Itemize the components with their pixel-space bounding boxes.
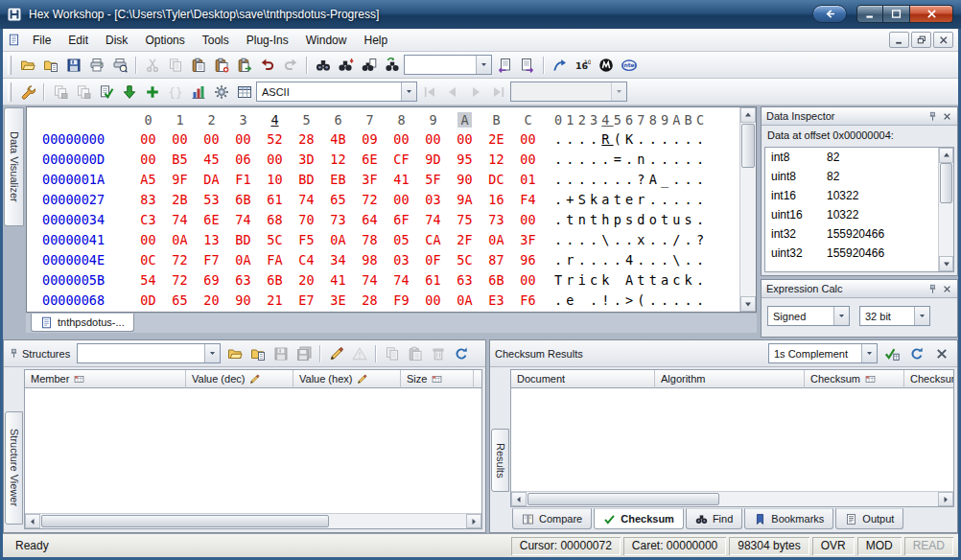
inspector-row[interactable]: uint882 [765,167,953,186]
refresh-button[interactable] [905,342,927,364]
inspector-row[interactable]: uint32155920466 [765,244,953,263]
inspector-row[interactable]: int32155920466 [765,224,953,244]
hex-row[interactable]: 00000041000A13BD5CF50A7805CA2F0A3F....\.… [27,229,756,249]
hex-editor[interactable]: 0123456789ABC 0123456789ABC 000000000000… [26,106,757,313]
tab-find[interactable]: Find [686,508,742,529]
mdi-close-button[interactable] [933,32,953,48]
gear-button[interactable] [210,81,232,103]
column-header-value-hex[interactable]: Value (hex) [293,370,401,388]
pin-icon[interactable] [927,111,938,122]
inspector-row[interactable]: uint1610322 [765,205,953,224]
binoculars-button[interactable] [312,54,334,76]
menu-file[interactable]: File [24,30,59,51]
structure-viewer-tab[interactable]: Structure Viewer [5,411,23,525]
pin-icon[interactable] [927,284,938,294]
column-header-algorithm[interactable]: Algorithm [655,370,805,388]
structures-combo[interactable] [77,343,221,363]
tab-output[interactable]: Output [835,508,903,529]
menu-tools[interactable]: Tools [194,30,238,51]
tab-compare[interactable]: Compare [512,508,592,529]
close-panel-button[interactable] [930,342,952,364]
checksum-algorithm-combo[interactable]: 1s Complement [768,343,878,363]
binoculars-page-button[interactable] [358,54,380,76]
run-checksum-button[interactable] [880,342,902,364]
goto-offset-button[interactable] [549,54,571,76]
column-header-checksum-dig[interactable]: Checksum/Dig... [904,370,954,388]
paste-special-button[interactable] [210,54,232,76]
compare-check-button[interactable] [95,81,117,103]
checksum-arrow-button[interactable] [118,81,140,103]
close-icon[interactable] [942,284,952,294]
menu-help[interactable]: Help [355,30,396,51]
undo-button[interactable] [256,54,278,76]
scrollbar-thumb[interactable] [940,163,952,203]
column-header-document[interactable]: Document [511,370,655,388]
position-combo[interactable] [510,82,627,102]
structures-horizontal-scrollbar[interactable] [25,513,481,528]
column-header-size[interactable]: Size [401,370,474,388]
hex-row[interactable]: 00000034C3746E74687073646F74757300.tnthp… [27,209,756,229]
hex-row[interactable]: 00000027832B536B6174657200039A16F4.+Skat… [27,189,756,209]
scroll-right-button[interactable] [938,492,953,506]
paste-button[interactable] [187,54,209,76]
chevron-down-icon[interactable] [204,344,220,362]
scrollbar-thumb[interactable] [527,493,719,505]
menu-window[interactable]: Window [297,30,356,51]
bits-combo[interactable]: 32 bit [859,306,930,326]
data-visualizer-tab[interactable]: Data Visualizer [4,107,24,226]
scroll-left-button[interactable] [511,492,527,506]
document-tab[interactable]: tnthpsdotus-... [31,314,134,332]
hex-row[interactable]: 0000000D00B54506003D126ECF9D951200.....=… [27,149,756,169]
tab-bookmarks[interactable]: Bookmarks [744,508,833,529]
find-replace-button[interactable] [381,54,403,76]
menu-options[interactable]: Options [136,30,193,51]
folder-open-button[interactable] [16,54,38,76]
mdi-minimize-button[interactable] [889,32,909,48]
chevron-down-icon[interactable] [833,307,849,325]
back-button[interactable] [812,5,847,23]
scroll-down-button[interactable] [939,256,953,271]
scroll-left-button[interactable] [25,514,40,528]
intel-button[interactable]: intel [618,54,640,76]
sign-combo[interactable]: Signed [767,306,850,326]
printer-preview-button[interactable] [108,54,130,76]
scroll-up-button[interactable] [740,107,756,123]
scrollbar-thumb[interactable] [41,515,329,527]
column-header-member[interactable]: Member [25,370,186,388]
inspector-list[interactable]: int882uint882int1610322uint1610322int321… [764,147,954,272]
wrench-button[interactable] [16,81,38,103]
minimize-button[interactable] [856,5,883,23]
grid-button[interactable] [233,81,255,103]
chevron-down-icon[interactable] [476,56,491,74]
scroll-right-button[interactable] [466,514,481,528]
mdi-restore-button[interactable] [911,32,931,48]
clipboard-export-button[interactable] [233,54,255,76]
chevron-down-icon[interactable] [611,82,626,101]
find-combo[interactable] [404,55,492,75]
inspector-row[interactable]: int1610322 [765,186,953,205]
close-button[interactable] [910,5,953,23]
structures-grid[interactable] [25,388,481,513]
page-prev-button[interactable] [493,54,515,76]
binoculars-down-button[interactable] [335,54,357,76]
chevron-down-icon[interactable] [861,344,877,362]
chevron-down-icon[interactable] [914,307,929,325]
encoding-combo[interactable]: ASCII [256,82,417,102]
checksum-grid[interactable] [511,388,953,491]
hex-row[interactable]: 0000001AA59FDAF110BDEB3F415F90DC01......… [27,169,756,189]
inspector-scrollbar[interactable] [938,148,953,271]
hex-row[interactable]: 000000000000000052284B090000002E00....R(… [27,128,756,149]
stats-chart-button[interactable] [187,81,209,103]
folder-doc-button[interactable] [39,54,61,76]
chevron-down-icon[interactable] [401,82,416,101]
menu-plugins[interactable]: Plug-Ins [238,30,297,51]
status-ovr[interactable]: OVR [812,537,855,555]
folder-open-button[interactable] [223,342,246,364]
scroll-down-button[interactable] [740,296,756,312]
scrollbar-thumb[interactable] [741,124,755,168]
column-header-checksum[interactable]: Checksum [805,370,904,388]
hex-row[interactable]: 0000004E0C72F70AFAC43498030F5C8796.r....… [27,249,756,269]
printer-button[interactable] [85,54,107,76]
hex-row[interactable]: 0000005B547269636B2041747461636B00Trick … [27,269,756,290]
page-next-button[interactable] [516,54,538,76]
